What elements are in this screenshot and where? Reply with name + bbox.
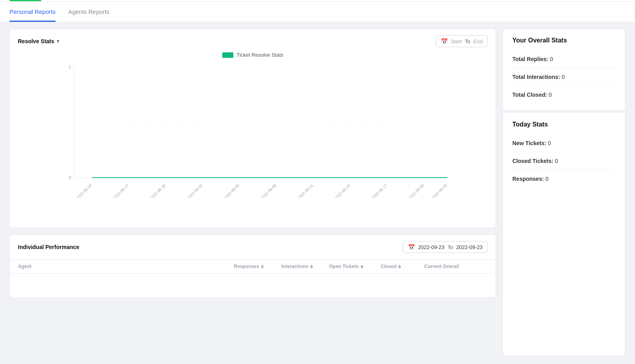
performance-date-range[interactable]: 📅 2022-09-23 To 2022-09-23 <box>403 241 488 253</box>
stat-label-new-tickets: New Tickets: 0 <box>512 140 551 146</box>
svg-text:2022-08-27: 2022-08-27 <box>112 183 129 197</box>
date-to-label: To <box>465 38 470 44</box>
tab-personal-reports[interactable]: Personal Reports <box>10 2 56 22</box>
overall-stats-section: Your Overall Stats Total Replies: 0 Tota… <box>503 29 625 110</box>
date-start-placeholder: Start <box>451 38 462 44</box>
chart-area: 1 0 2022-08-24 2022-08-27 2022-08-30 202… <box>18 63 488 221</box>
stat-row-new-tickets: New Tickets: 0 <box>512 134 616 152</box>
individual-performance-card: Individual Performance 📅 2022-09-23 To 2… <box>10 234 496 298</box>
resolve-stats-title[interactable]: Resolve Stats ▾ <box>18 38 59 44</box>
svg-text:2022-08-30: 2022-08-30 <box>149 183 166 197</box>
stat-row-total-closed: Total Closed: 0 <box>512 86 616 103</box>
svg-text:2022-09-02: 2022-09-02 <box>186 183 203 197</box>
stat-row-responses: Responses: 0 <box>512 170 616 188</box>
svg-text:2022-09-23: 2022-09-23 <box>430 183 448 197</box>
chart-legend: Ticket Resolve Stats <box>18 52 488 58</box>
performance-date-start: 2022-09-23 <box>418 244 444 250</box>
resolve-stats-date-range[interactable]: 📅 Start To End <box>436 35 488 47</box>
svg-text:1: 1 <box>69 65 71 69</box>
overall-stats-title: Your Overall Stats <box>512 37 616 44</box>
stat-label-responses: Responses: 0 <box>512 176 548 182</box>
left-panel: Resolve Stats ▾ 📅 Start To End Ticket Re… <box>10 29 496 356</box>
performance-header: Individual Performance 📅 2022-09-23 To 2… <box>10 235 496 259</box>
stat-row-total-interactions: Total Interactions: 0 <box>512 68 616 86</box>
col-header-responses[interactable]: Responses <box>234 264 281 269</box>
today-stats-section: Today Stats New Tickets: 0 Closed Ticket… <box>503 113 625 194</box>
svg-text:2022-09-08: 2022-09-08 <box>260 183 277 197</box>
sort-icon-responses <box>261 265 264 268</box>
tab-agents-reports-label: Agents Reports <box>68 8 109 15</box>
right-panel: Your Overall Stats Total Replies: 0 Tota… <box>502 29 625 356</box>
progress-indicator <box>10 0 41 1</box>
date-end-placeholder: End <box>473 38 483 44</box>
sort-icon-closed <box>398 265 401 268</box>
svg-text:2022-09-17: 2022-09-17 <box>370 183 388 197</box>
chart-svg: 1 0 2022-08-24 2022-08-27 2022-08-30 202… <box>18 63 488 197</box>
svg-text:2022-09-14: 2022-09-14 <box>333 183 351 197</box>
sort-icon-interactions <box>310 265 313 268</box>
stats-divider <box>503 110 625 113</box>
table-header: Agent Responses Interactions <box>10 260 496 274</box>
main-layout: Resolve Stats ▾ 📅 Start To End Ticket Re… <box>0 22 635 362</box>
stat-label-total-closed: Total Closed: 0 <box>512 92 552 98</box>
today-stats-title: Today Stats <box>512 121 616 128</box>
performance-table: Agent Responses Interactions <box>10 259 496 297</box>
svg-text:2022-09-05: 2022-09-05 <box>223 183 240 197</box>
performance-title-text: Individual Performance <box>18 244 79 250</box>
svg-text:2022-09-20: 2022-09-20 <box>407 183 425 197</box>
sort-icon-open-tickets <box>360 265 364 268</box>
legend-label-text: Ticket Resolve Stats <box>237 52 283 58</box>
col-header-agent: Agent <box>18 264 234 269</box>
table-body-empty <box>10 274 496 297</box>
col-header-current-overall: Current Overall <box>424 264 488 269</box>
tab-personal-reports-label: Personal Reports <box>10 8 56 15</box>
col-header-closed[interactable]: Closed <box>381 264 424 269</box>
stat-label-total-interactions: Total Interactions: 0 <box>512 74 565 80</box>
legend-color-swatch <box>222 52 233 58</box>
svg-text:2022-08-24: 2022-08-24 <box>75 183 92 197</box>
performance-calendar-icon: 📅 <box>408 244 415 250</box>
calendar-icon: 📅 <box>441 38 448 44</box>
svg-text:2022-09-11: 2022-09-11 <box>296 183 314 197</box>
stat-row-closed-tickets: Closed Tickets: 0 <box>512 152 616 170</box>
performance-to-label: To <box>448 244 453 250</box>
tabs-bar: Personal Reports Agents Reports <box>0 2 635 22</box>
stat-label-closed-tickets: Closed Tickets: 0 <box>512 158 558 164</box>
chevron-down-icon: ▾ <box>57 38 59 44</box>
stat-row-total-replies: Total Replies: 0 <box>512 50 616 68</box>
tab-agents-reports[interactable]: Agents Reports <box>68 2 109 22</box>
col-header-open-tickets[interactable]: Open Tickets <box>329 264 381 269</box>
stat-label-total-replies: Total Replies: 0 <box>512 56 553 62</box>
performance-date-end: 2022-09-23 <box>456 244 483 250</box>
svg-text:0: 0 <box>69 175 71 180</box>
resolve-stats-title-text: Resolve Stats <box>18 38 54 44</box>
col-header-interactions[interactable]: Interactions <box>281 264 329 269</box>
resolve-stats-card: Resolve Stats ▾ 📅 Start To End Ticket Re… <box>10 29 496 228</box>
resolve-stats-header: Resolve Stats ▾ 📅 Start To End <box>18 35 488 47</box>
